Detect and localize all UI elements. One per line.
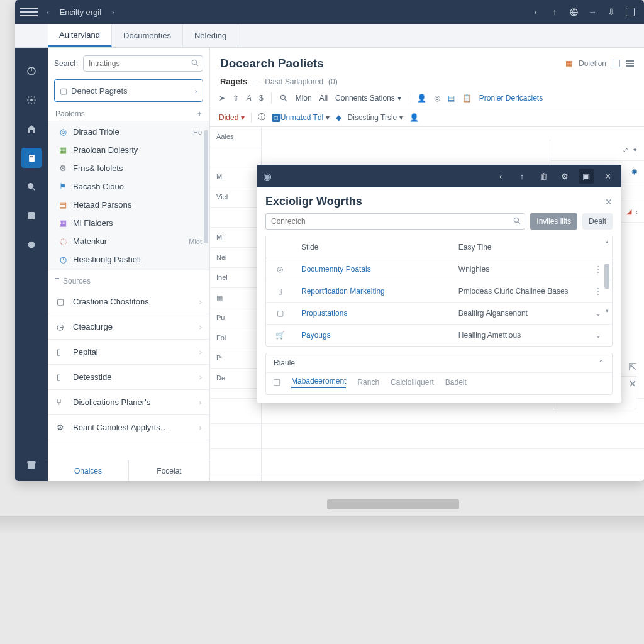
dialog-close-icon[interactable]: ✕ [600, 169, 615, 184]
table-row[interactable]: ▯ Reportfication Markelting Pmiodeas Clu… [266, 280, 612, 303]
chevron-left-icon[interactable]: ‹ [635, 208, 638, 216]
download-icon[interactable]: ⇩ [606, 7, 616, 17]
rail-power-icon[interactable] [21, 61, 42, 81]
sidebar-footer-left[interactable]: Onaices [48, 460, 128, 481]
table-row[interactable]: ◎ Documennty Poatals Wnighles ⋮ [266, 258, 612, 280]
tab-1[interactable]: Aulterviand [48, 24, 112, 47]
search-icon[interactable] [279, 94, 288, 103]
tab-3[interactable]: Neleding [183, 24, 238, 47]
scroll-up-icon[interactable]: ▴ [604, 238, 610, 245]
expand-icon[interactable]: ⤢ [623, 146, 628, 154]
dialog-gear-icon[interactable]: ⚙ [557, 169, 572, 184]
font-icon[interactable]: A [247, 94, 252, 103]
forward-arrow-icon[interactable]: → [587, 7, 597, 17]
sidebar-item[interactable]: ▤Hetaad Parsons [48, 196, 209, 214]
target-icon[interactable]: ◎ [434, 94, 440, 103]
sync-icon[interactable]: ◉ [631, 167, 638, 175]
header-action-label[interactable]: Doletion [579, 59, 606, 68]
diamond-icon[interactable]: ◆ [336, 113, 341, 122]
rail-power-icon[interactable] [21, 3, 42, 23]
footer-tab[interactable]: Badelt [445, 378, 467, 387]
dialog-search-input[interactable] [265, 213, 525, 230]
sidebar-source-item[interactable]: ▢Crastiona Chostitons› [48, 289, 209, 314]
sidebar-item[interactable]: ◎Diraad TrioleHo [48, 123, 209, 141]
arrow-icon[interactable]: ➤ [219, 94, 225, 103]
rail-gear-icon[interactable] [21, 90, 42, 110]
sidebar-source-item[interactable]: ▯Pepital› [48, 340, 209, 365]
history-forward-icon[interactable]: › [108, 7, 118, 17]
row-title[interactable]: Payougs [294, 325, 451, 346]
dialog-save-icon[interactable]: ▣ [579, 169, 594, 184]
table-scrollbar[interactable]: ▴ ▾ [604, 238, 610, 339]
window-icon[interactable] [625, 7, 635, 17]
sidebar-item[interactable]: ▦Praoloan Dolesrty [48, 141, 209, 159]
sidebar-item[interactable]: ▦Ml Flaloers [48, 214, 209, 232]
tab-2[interactable]: Documenties [112, 24, 183, 47]
dialog-upload-icon[interactable]: ↑ [514, 169, 530, 184]
table-row[interactable]: 🛒 Payougs Healling Amettious ⌄ [266, 325, 612, 346]
search-icon[interactable] [513, 216, 521, 225]
row-title[interactable]: Reportfication Markelting [294, 280, 451, 302]
column-header[interactable]: Easy Tine [451, 236, 584, 258]
sidebar-item[interactable]: ◌MatenkurMiot [48, 232, 209, 250]
rail-home-icon[interactable] [21, 119, 42, 139]
globe-icon[interactable] [569, 7, 579, 17]
sidebar-source-item[interactable]: ◷Cteaclurge› [48, 314, 209, 340]
sidebar-item[interactable]: ⚙Frns& Iololets [48, 159, 209, 177]
view-list-icon[interactable] [626, 60, 634, 67]
rail-document-icon[interactable] [21, 148, 42, 168]
add-icon[interactable]: + [197, 109, 202, 118]
rail-search-icon[interactable] [21, 177, 42, 197]
nav-left-icon[interactable]: ‹ [531, 7, 541, 17]
export-icon[interactable]: ⇧ [233, 94, 239, 103]
breadcrumb[interactable]: Encilty ergil [60, 8, 101, 17]
rail-location-icon[interactable] [21, 235, 42, 255]
sidebar-item[interactable]: ⚑Bacash Ciouo [48, 177, 209, 196]
sidebar-source-item[interactable]: ⚙Beant Canolest Applyrts…› [48, 415, 209, 440]
row-title[interactable]: Documennty Poatals [294, 258, 451, 280]
sidebar-source-item[interactable]: ▯Detesstide› [48, 365, 209, 390]
avatar-icon[interactable]: 👤 [409, 113, 419, 122]
column-header[interactable]: Stlde [294, 236, 451, 258]
scroll-thumb[interactable] [604, 264, 609, 289]
user-icon[interactable]: 👤 [417, 94, 426, 103]
checkbox[interactable] [274, 379, 280, 386]
footer-tab[interactable]: Ranch [357, 378, 379, 387]
toolbar-label[interactable]: All [319, 94, 328, 103]
sidebar-source-item[interactable]: ⑂Disolications Planer's› [48, 390, 209, 415]
clipboard-icon[interactable]: 📋 [462, 94, 472, 103]
star-icon[interactable]: ✦ [632, 146, 638, 154]
footer-tab[interactable]: Calcloliiquert [391, 378, 434, 387]
filter-disesting[interactable]: Disesting Trsle ▾ [348, 113, 403, 122]
currency-icon[interactable]: $ [259, 94, 264, 103]
close-icon[interactable]: ✕ [628, 378, 636, 390]
dialog-secondary-button[interactable]: Deait [582, 213, 613, 230]
view-grid-icon[interactable] [613, 60, 620, 67]
sidebar-search-input[interactable] [83, 55, 203, 72]
chevron-up-icon[interactable]: ⌃ [598, 358, 604, 367]
table-row[interactable]: ▢ Propustations Bealtirg Aigansenont ⌄ [266, 303, 612, 325]
sidebar-item[interactable]: ◷Heastionlg Pashelt [48, 250, 209, 269]
filter-unmated[interactable]: □Unmated Tdl ▾ [272, 113, 330, 122]
footer-tab[interactable]: Mabadeeroment [291, 377, 346, 388]
row-title[interactable]: Propustations [294, 303, 451, 324]
dialog-primary-button[interactable]: Inviles llits [530, 213, 577, 230]
filter-dided[interactable]: Dided ▾ [219, 113, 245, 122]
chart-icon[interactable]: ◢ [626, 208, 631, 216]
list-icon[interactable]: ▤ [448, 94, 455, 103]
sidebar-primary-pill[interactable]: ▢ Denect Pagrets › [54, 79, 203, 102]
rail-record-icon[interactable] [21, 206, 42, 226]
close-icon[interactable]: ✕ [605, 197, 613, 207]
info-icon[interactable]: ⓘ [258, 112, 265, 123]
search-icon[interactable] [191, 58, 199, 67]
toolbar-label[interactable]: Mion [296, 94, 312, 103]
dialog-back-icon[interactable]: ‹ [493, 169, 508, 184]
scroll-down-icon[interactable]: ▾ [604, 308, 610, 314]
history-back-icon[interactable]: ‹ [43, 7, 53, 17]
rail-archive-icon[interactable] [21, 455, 42, 475]
minimize-icon[interactable]: ⇱ [628, 361, 636, 373]
sidebar-footer-right[interactable]: Focelat [128, 460, 209, 481]
upload-icon[interactable]: ↑ [550, 7, 560, 17]
toolbar-link[interactable]: Pronler Dericaclets [479, 94, 543, 103]
comments-dropdown[interactable]: Connents Sations▾ [335, 94, 401, 103]
